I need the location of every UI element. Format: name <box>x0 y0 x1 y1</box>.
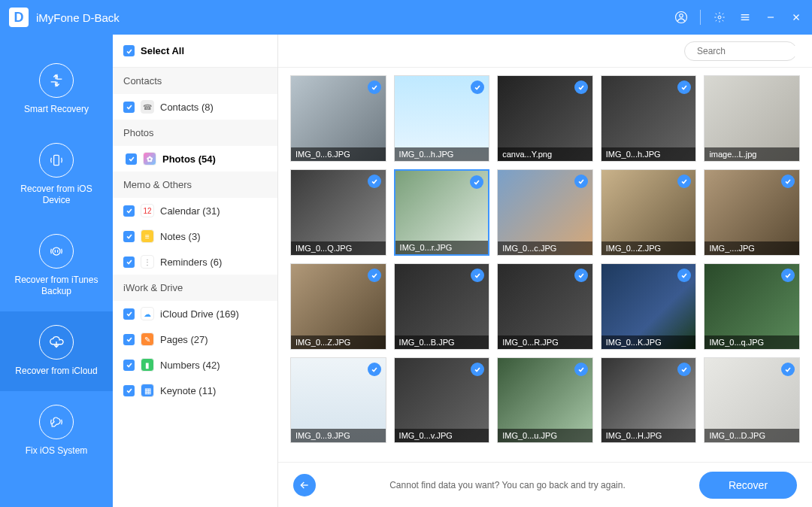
category-type-icon: ☁ <box>141 307 154 320</box>
svg-rect-9 <box>54 155 59 165</box>
thumbnail[interactable]: IMG_0...R.JPG <box>497 263 593 350</box>
thumb-checkbox[interactable] <box>781 363 795 376</box>
thumb-checkbox[interactable] <box>574 269 588 282</box>
thumbnail[interactable]: IMG_0...9.JPG <box>290 357 386 444</box>
footer-message: Cannot find data you want? You can go ba… <box>328 480 687 490</box>
thumbnail[interactable]: IMG_0...Q.JPG <box>290 169 386 256</box>
thumbnail[interactable]: IMG_0...D.JPG <box>704 357 800 444</box>
category-item[interactable]: ▮ Numbers (42) <box>113 352 277 378</box>
thumb-checkbox[interactable] <box>368 363 381 376</box>
thumb-checkbox[interactable] <box>574 175 588 188</box>
category-type-icon: ▦ <box>141 384 154 397</box>
thumbnail[interactable]: IMG_0...H.JPG <box>601 357 697 444</box>
thumb-checkbox[interactable] <box>781 269 795 282</box>
nav-item-3[interactable]: Recover from iCloud <box>0 311 113 391</box>
thumb-checkbox[interactable] <box>574 363 588 376</box>
nav-label: Smart Recovery <box>24 104 89 116</box>
thumb-checkbox[interactable] <box>368 175 381 188</box>
right-panel: IMG_0...6.JPG IMG_0...h.JPG canva...Y.pn… <box>278 35 812 507</box>
thumbnail[interactable]: canva...Y.png <box>497 75 593 162</box>
search-box[interactable] <box>684 41 797 61</box>
thumbnail[interactable]: IMG_0...h.JPG <box>601 75 697 162</box>
thumbnail-label: IMG_0...c.JPG <box>498 241 592 255</box>
recover-button[interactable]: Recover <box>699 472 797 499</box>
thumbnail[interactable]: IMG_0...Z.JPG <box>290 263 386 350</box>
close-icon[interactable] <box>789 11 803 24</box>
app-title: iMyFone D-Back <box>36 11 120 24</box>
thumbnails-area[interactable]: IMG_0...6.JPG IMG_0...h.JPG canva...Y.pn… <box>278 68 812 462</box>
thumbnail[interactable]: IMG_0...r.JPG <box>394 169 490 256</box>
thumbnail-label: IMG_0...h.JPG <box>395 147 489 161</box>
thumb-checkbox[interactable] <box>471 269 484 282</box>
nav-icon <box>39 405 74 439</box>
thumbnail[interactable]: IMG_0...K.JPG <box>601 263 697 350</box>
category-checkbox[interactable] <box>123 205 135 217</box>
category-item[interactable]: ⋮ Reminders (6) <box>113 249 277 275</box>
select-all-row[interactable]: Select All <box>113 35 277 68</box>
thumbnail-label: image...L.jpg <box>704 147 799 161</box>
thumbnail-label: IMG_0...v.JPG <box>395 429 489 442</box>
category-checkbox[interactable] <box>123 334 135 345</box>
thumb-checkbox[interactable] <box>470 175 483 189</box>
thumb-checkbox[interactable] <box>677 269 691 282</box>
category-item[interactable]: ▦ Keynote (11) <box>113 378 277 403</box>
thumbnail[interactable]: IMG_0...Z.JPG <box>601 169 697 256</box>
category-checkbox[interactable] <box>123 385 135 396</box>
thumb-checkbox[interactable] <box>368 80 381 94</box>
thumb-checkbox[interactable] <box>677 363 691 376</box>
category-label: Keynote (11) <box>160 385 216 396</box>
nav-item-2[interactable]: Recover from iTunes Backup <box>0 220 113 311</box>
thumbnail[interactable]: IMG_0...B.JPG <box>394 263 490 350</box>
back-button[interactable] <box>293 474 316 496</box>
titlebar: D iMyFone D-Back <box>0 0 812 35</box>
thumbnail[interactable]: IMG_0...q.JPG <box>704 263 800 350</box>
left-nav: Smart RecoveryRecover from iOS DeviceRec… <box>0 35 113 507</box>
category-header: iWork & Drive <box>113 275 277 301</box>
nav-label: Recover from iTunes Backup <box>6 275 107 298</box>
thumbnail-label: IMG_0...h.JPG <box>601 147 696 161</box>
minimize-icon[interactable] <box>764 11 777 24</box>
nav-item-0[interactable]: Smart Recovery <box>0 50 113 129</box>
select-all-checkbox[interactable] <box>123 45 135 56</box>
category-type-icon: ✿ <box>143 152 156 165</box>
category-item[interactable]: ≡ Notes (3) <box>113 223 277 249</box>
category-item[interactable]: 12 Calendar (31) <box>113 198 277 223</box>
category-item[interactable]: ☁ iCloud Drive (169) <box>113 301 277 326</box>
category-checkbox[interactable] <box>123 102 135 113</box>
thumbnail-label: IMG_0...q.JPG <box>704 335 799 349</box>
thumbnail-label: canva...Y.png <box>498 147 592 161</box>
thumbnail[interactable]: IMG_0...6.JPG <box>290 75 386 162</box>
thumb-checkbox[interactable] <box>471 363 484 376</box>
thumbnail-label: IMG_0...D.JPG <box>704 429 799 442</box>
menu-icon[interactable] <box>738 11 752 24</box>
category-label: Photos (54) <box>162 153 216 165</box>
thumb-checkbox[interactable] <box>781 175 795 188</box>
gear-icon[interactable] <box>713 11 726 24</box>
thumb-checkbox[interactable] <box>368 269 381 282</box>
account-icon[interactable] <box>674 11 688 24</box>
category-checkbox[interactable] <box>126 153 137 165</box>
category-checkbox[interactable] <box>123 257 135 268</box>
nav-item-1[interactable]: Recover from iOS Device <box>0 129 113 220</box>
thumbnail[interactable]: IMG_0...u.JPG <box>497 357 593 444</box>
category-type-icon: ☎ <box>141 100 154 114</box>
thumbnail[interactable]: image...L.jpg <box>704 75 800 162</box>
category-type-icon: ▮ <box>141 358 154 372</box>
category-checkbox[interactable] <box>123 231 135 242</box>
nav-item-4[interactable]: Fix iOS System <box>0 391 113 471</box>
category-checkbox[interactable] <box>123 360 135 371</box>
thumbnail[interactable]: IMG_0...v.JPG <box>394 357 490 444</box>
thumb-checkbox[interactable] <box>574 80 588 94</box>
thumbnail-label: IMG_0...u.JPG <box>498 429 592 442</box>
thumbnail[interactable]: IMG_....JPG <box>704 169 800 256</box>
category-checkbox[interactable] <box>123 308 135 320</box>
thumbnail[interactable]: IMG_0...c.JPG <box>497 169 593 256</box>
thumbnail[interactable]: IMG_0...h.JPG <box>394 75 490 162</box>
category-type-icon: ≡ <box>141 229 154 243</box>
thumbnail-label: IMG_0...9.JPG <box>291 429 386 442</box>
category-item[interactable]: ✎ Pages (27) <box>113 326 277 352</box>
category-item[interactable]: ✿ Photos (54) <box>113 146 277 172</box>
category-item[interactable]: ☎ Contacts (8) <box>113 94 277 120</box>
divider <box>700 10 701 25</box>
search-input[interactable] <box>697 46 810 56</box>
